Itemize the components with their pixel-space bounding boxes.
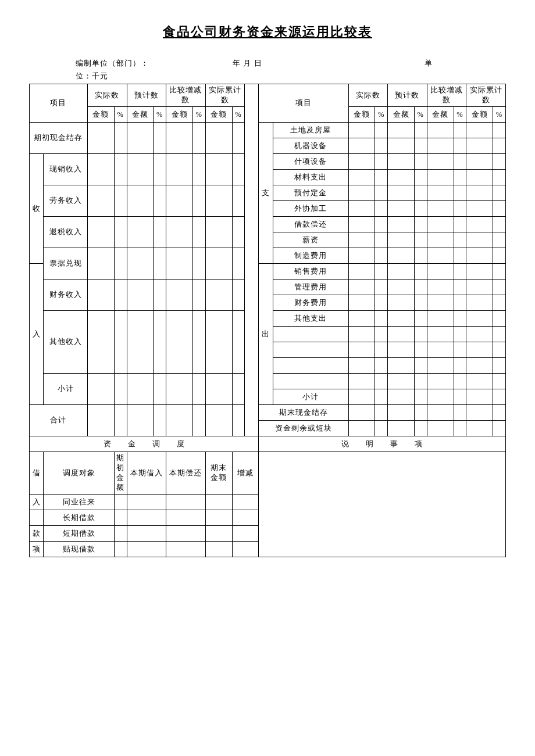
right-row: 管理费用 <box>273 280 348 295</box>
unit-prefix: 单 <box>425 58 433 69</box>
hdr-diff-l: 比较增减数 <box>166 84 206 107</box>
right-row: 什项设备 <box>273 154 348 170</box>
lower-row: 贴现借款 <box>44 542 115 557</box>
right-shortfall: 资金剩余或短块 <box>259 421 348 436</box>
right-group-bottom: 出 <box>259 264 273 405</box>
hdr-pct: % <box>193 107 206 123</box>
hdr-pct: % <box>454 107 466 123</box>
hdr-pct: % <box>493 107 506 123</box>
right-row: 销售费用 <box>273 264 348 280</box>
lower-h-change: 增减 <box>232 452 259 495</box>
lower-h-opening: 期初金额 <box>114 452 127 495</box>
main-table: 项目 实际数 预计数 比较增减数 实际累计数 项目 实际数 预计数 比较增减数 … <box>29 84 506 557</box>
hdr-amt: 金额 <box>127 107 154 123</box>
org-label: 编制单位（部门）： <box>76 58 233 69</box>
right-subtotal: 小计 <box>273 389 348 405</box>
lower-blank-v <box>30 510 44 526</box>
lower-fund-header: 资 金 调 度 <box>30 436 259 452</box>
right-blank <box>273 358 348 374</box>
left-opening: 期初现金结存 <box>30 123 88 154</box>
right-row: 财务费用 <box>273 295 348 311</box>
right-row: 材料支出 <box>273 170 348 185</box>
hdr-item-right: 项目 <box>259 84 348 123</box>
left-total: 合计 <box>30 405 88 436</box>
lower-row: 短期借款 <box>44 526 115 542</box>
right-blank <box>273 327 348 342</box>
right-blank <box>273 374 348 389</box>
hdr-pct: % <box>375 107 388 123</box>
center-divider <box>245 84 259 436</box>
lower-row: 同业往来 <box>44 495 115 510</box>
date-label: 年 月 日 <box>233 58 425 69</box>
hdr-amt: 金额 <box>388 107 415 123</box>
lower-g3: 款 <box>30 526 44 542</box>
unit-suffix: 位：千元 <box>76 71 506 81</box>
hdr-pct: % <box>415 107 427 123</box>
right-row: 土地及房屋 <box>273 123 348 138</box>
lower-h-repay: 本期偿还 <box>166 452 206 495</box>
hdr-actual-l: 实际数 <box>87 84 127 107</box>
hdr-cum-l: 实际累计数 <box>205 84 245 107</box>
right-group-top: 支 <box>259 123 273 264</box>
hdr-diff-r: 比较增减数 <box>427 84 466 107</box>
hdr-cum-r: 实际累计数 <box>466 84 506 107</box>
left-row: 现销收入 <box>44 154 88 185</box>
hdr-plan-r: 预计数 <box>388 84 427 107</box>
page-title: 食品公司财务资金来源运用比较表 <box>29 23 506 41</box>
hdr-amt: 金额 <box>427 107 454 123</box>
left-row: 其他收入 <box>44 311 88 374</box>
lower-h-borrow: 本期借入 <box>127 452 166 495</box>
right-row: 外协加工 <box>273 201 348 217</box>
right-row: 机器设备 <box>273 138 348 154</box>
right-row: 制造费用 <box>273 248 348 264</box>
right-row: 借款偿还 <box>273 217 348 232</box>
lower-h-closing: 期末金额 <box>205 452 232 495</box>
hdr-pct: % <box>154 107 166 123</box>
right-row: 其他支出 <box>273 311 348 327</box>
meta-row: 编制单位（部门）： 年 月 日 单 <box>76 58 506 69</box>
hdr-pct: % <box>114 107 127 123</box>
notes-area <box>259 452 506 557</box>
right-closing: 期末现金结存 <box>259 405 348 421</box>
hdr-amt: 金额 <box>348 107 375 123</box>
lower-g4: 项 <box>30 542 44 557</box>
left-group-bottom: 入 <box>30 264 44 405</box>
lower-row: 长期借款 <box>44 510 115 526</box>
hdr-amt: 金额 <box>87 107 114 123</box>
hdr-plan-l: 预计数 <box>127 84 166 107</box>
hdr-amt: 金额 <box>466 107 493 123</box>
lower-notes-header: 说 明 事 项 <box>259 436 506 452</box>
hdr-amt: 金额 <box>166 107 193 123</box>
left-row: 退税收入 <box>44 217 88 248</box>
right-row: 薪资 <box>273 232 348 248</box>
left-group-top: 收 <box>30 154 44 264</box>
hdr-amt: 金额 <box>205 107 232 123</box>
left-row: 财务收入 <box>44 280 88 311</box>
left-row: 票据兑现 <box>44 248 88 280</box>
hdr-item-left: 项目 <box>30 84 88 123</box>
lower-h-target: 调度对象 <box>44 452 115 495</box>
hdr-pct: % <box>232 107 245 123</box>
hdr-actual-r: 实际数 <box>348 84 388 107</box>
left-row: 劳务收入 <box>44 185 88 217</box>
right-blank <box>273 342 348 358</box>
right-row: 预付定金 <box>273 185 348 201</box>
left-subtotal: 小计 <box>44 374 88 405</box>
lower-g2: 入 <box>30 495 44 510</box>
lower-g1: 借 <box>30 452 44 495</box>
